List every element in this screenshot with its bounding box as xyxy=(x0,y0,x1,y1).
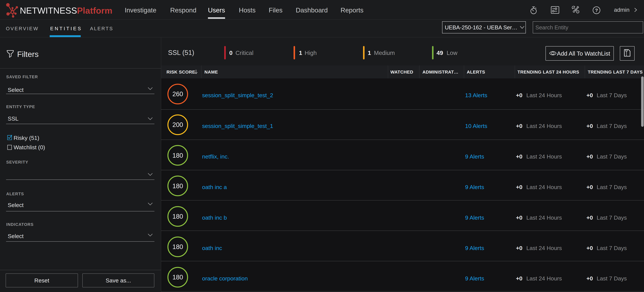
svg-text:?: ? xyxy=(595,8,598,13)
